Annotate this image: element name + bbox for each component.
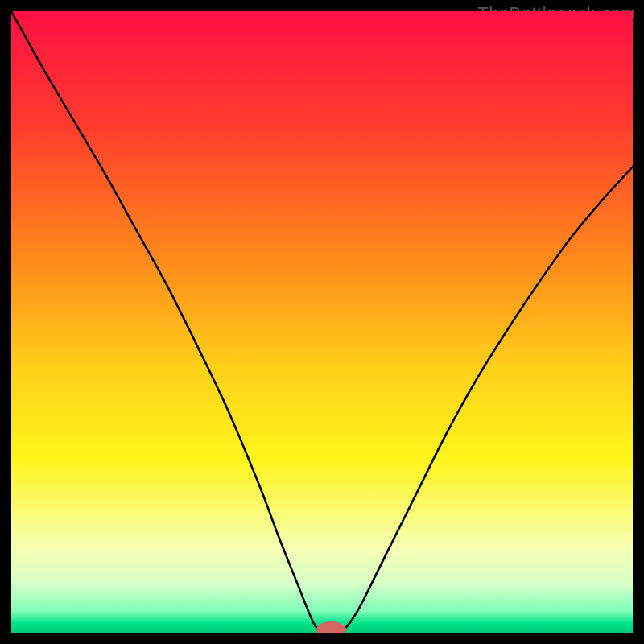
plot-area (11, 11, 633, 633)
chart-frame: TheBottleneck.com (0, 0, 644, 644)
gradient-background (11, 11, 633, 633)
bottleneck-chart (11, 11, 633, 633)
